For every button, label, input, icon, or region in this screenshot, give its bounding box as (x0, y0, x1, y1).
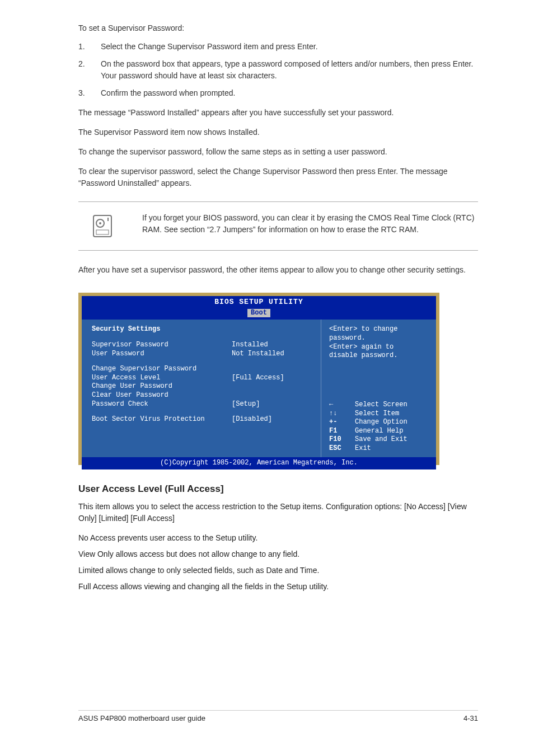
bios-main: Security Settings Supervisor Password In… (82, 320, 436, 457)
bios-row-supervisor-password: Supervisor Password Installed (92, 341, 314, 350)
bios-row-user-password: User Password Not Installed (92, 350, 314, 359)
bios-row-change-user-password[interactable]: Change User Password (92, 382, 314, 391)
help-row: ESC Exit (329, 444, 429, 453)
bios-value: [Setup] (232, 400, 314, 409)
help-line: <Enter> to change (329, 325, 429, 334)
paragraph: The Supervisor Password item now shows I… (78, 126, 478, 138)
help-row: ↑↓ Select Item (329, 410, 429, 419)
bios-value: Installed (232, 341, 314, 350)
step-number: 2. (78, 58, 95, 82)
footer-right: 4-31 (463, 714, 478, 722)
help-row: +- Change Option (329, 418, 429, 427)
bios-value (232, 365, 314, 374)
paragraph: View Only allows access but does not all… (78, 548, 478, 560)
bios-label: Boot Sector Virus Protection (92, 415, 232, 424)
help-desc: Change Option (355, 418, 407, 427)
page-footer: ASUS P4P800 motherboard user guide 4-31 (78, 710, 478, 722)
help-line: <Enter> again to (329, 343, 429, 352)
bios-label: User Access Level (92, 374, 232, 383)
note-text: If you forget your BIOS password, you ca… (142, 212, 478, 236)
help-desc: General Help (355, 427, 403, 436)
help-desc: Exit (355, 444, 371, 453)
bios-value: Not Installed (232, 350, 314, 359)
svg-point-2 (99, 222, 101, 224)
step-3: 3. Confirm the password when prompted. (78, 87, 478, 99)
step-number: 3. (78, 87, 95, 99)
help-desc: Save and Exit (355, 435, 407, 444)
bios-label: Change Supervisor Password (92, 365, 232, 374)
help-key: ← (329, 401, 349, 410)
help-key: +- (329, 418, 349, 427)
step-text: Select the Change Supervisor Password it… (101, 41, 478, 53)
note-block: If you forget your BIOS password, you ca… (78, 201, 478, 251)
bios-help-keys: ← Select Screen ↑↓ Select Item +- Change… (329, 401, 429, 453)
bios-value: [Disabled] (232, 415, 314, 424)
bios-title: BIOS SETUP UTILITY (82, 296, 436, 309)
paragraph: To change the supervisor password, follo… (78, 146, 478, 158)
bios-row-password-check[interactable]: Password Check [Setup] (92, 400, 314, 409)
help-line: password. (329, 334, 429, 343)
spacer (92, 358, 314, 365)
bios-value (232, 382, 314, 391)
help-row: F10 Save and Exit (329, 435, 429, 444)
footer-left: ASUS P4P800 motherboard user guide (78, 714, 205, 722)
step-text: On the password box that appears, type a… (101, 58, 478, 82)
note-icon (78, 212, 125, 240)
paragraph: After you have set a supervisor password… (78, 264, 478, 276)
step-text: Confirm the password when prompted. (101, 87, 478, 99)
paragraph: The message “Password Installed” appears… (78, 107, 478, 119)
paragraph: Limited allows change to only selected f… (78, 565, 478, 576)
bios-right-pane: <Enter> to change password. <Enter> agai… (321, 320, 436, 457)
floppy-icon (88, 212, 116, 240)
help-key: ESC (329, 444, 349, 453)
paragraph: To clear the supervisor password, select… (78, 166, 478, 189)
step-1: 1. Select the Change Supervisor Password… (78, 41, 478, 53)
spacer (92, 408, 314, 415)
help-desc: Select Item (355, 410, 399, 419)
paragraph: No Access prevents user access to the Se… (78, 532, 478, 544)
help-line: disable password. (329, 351, 429, 360)
bios-label: User Password (92, 350, 232, 359)
document-page: To set a Supervisor Password: 1. Select … (0, 0, 534, 756)
help-key: ↑↓ (329, 410, 349, 419)
bios-label: Change User Password (92, 382, 232, 391)
bios-panel: BIOS SETUP UTILITY Boot Security Setting… (78, 293, 439, 465)
bios-row-change-supervisor-password[interactable]: Change Supervisor Password (92, 365, 314, 374)
bios-row-user-access-level[interactable]: User Access Level [Full Access] (92, 374, 314, 383)
bios-value: [Full Access] (232, 374, 314, 383)
bios-section-title: Security Settings (92, 325, 314, 334)
help-key: F10 (329, 435, 349, 444)
user-access-section: User Access Level (Full Access] This ite… (78, 482, 478, 593)
bios-tab-boot[interactable]: Boot (247, 309, 270, 318)
step-number: 1. (78, 41, 95, 53)
bios-row-clear-user-password[interactable]: Clear User Password (92, 391, 314, 400)
bios-left-pane: Security Settings Supervisor Password In… (82, 320, 321, 457)
help-row: ← Select Screen (329, 401, 429, 410)
bios-label: Password Check (92, 400, 232, 409)
paragraph: To set a Supervisor Password: (78, 22, 478, 34)
help-desc: Select Screen (355, 401, 407, 410)
bios-row-boot-sector-virus[interactable]: Boot Sector Virus Protection [Disabled] (92, 415, 314, 424)
paragraph: Full Access allows viewing and changing … (78, 581, 478, 593)
svg-rect-3 (96, 230, 109, 234)
bios-tab-row: Boot (82, 309, 436, 320)
help-row: F1 General Help (329, 427, 429, 436)
help-key: F1 (329, 427, 349, 436)
bios-help-description: <Enter> to change password. <Enter> agai… (329, 325, 429, 360)
bios-value (232, 391, 314, 400)
bios-label: Supervisor Password (92, 341, 232, 350)
step-2: 2. On the password box that appears, typ… (78, 58, 478, 82)
body-text: To set a Supervisor Password: 1. Select … (78, 22, 478, 276)
subsection-title: User Access Level (Full Access] (78, 482, 478, 496)
bios-label: Clear User Password (92, 391, 232, 400)
bios-footer: (C)Copyright 1985-2002, American Megatre… (82, 457, 436, 469)
paragraph: This item allows you to select the acces… (78, 501, 478, 524)
